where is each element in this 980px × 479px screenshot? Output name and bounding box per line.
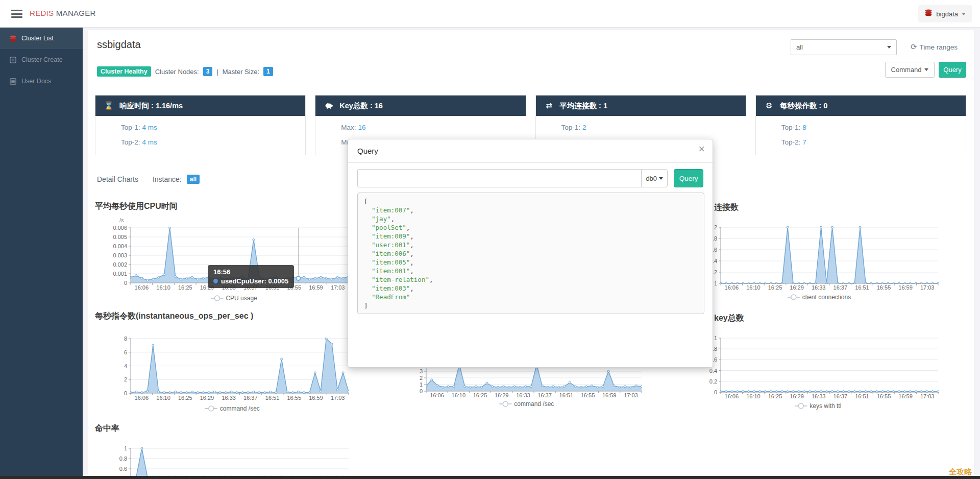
svg-text:16:51: 16:51 bbox=[855, 284, 869, 291]
svg-text:16:10: 16:10 bbox=[156, 395, 170, 401]
svg-text:17:03: 17:03 bbox=[920, 393, 935, 399]
range-select[interactable]: all bbox=[791, 39, 897, 55]
chart-hit-rate[interactable]: 命中率00.20.40.60.8116:0616:1016:2516:2916:… bbox=[95, 423, 351, 479]
stat-card-response-time: ⌛ 响应时间 : 1.16/ms Top-1:4 ms Top-2:4 ms bbox=[95, 95, 306, 155]
chart-keys-with-ttl[interactable]: key总数00.20.40.60.8116:0616:1016:2516:291… bbox=[709, 313, 975, 415]
stat-row-value: 2 bbox=[582, 124, 586, 131]
master-label: Master Size: bbox=[223, 68, 259, 76]
watermark: 全攻略 bbox=[949, 467, 972, 477]
svg-text:16:55: 16:55 bbox=[287, 284, 301, 291]
chevron-down-icon bbox=[887, 46, 891, 49]
svg-text:2: 2 bbox=[124, 376, 127, 382]
svg-text:连接数: 连接数 bbox=[714, 203, 739, 211]
svg-text:16:51: 16:51 bbox=[265, 284, 280, 291]
sidebar-item-cluster-create[interactable]: Cluster Create bbox=[0, 49, 83, 70]
chart-client-connections[interactable]: 连接数11.21.41.61.8216:0616:1016:2516:2916:… bbox=[709, 202, 975, 307]
query-result-box: [ "item:007", "jay", "poolSet", "item:00… bbox=[357, 193, 704, 314]
svg-text:0.6: 0.6 bbox=[119, 466, 127, 472]
stat-card-title: Key总数 : 16 bbox=[339, 101, 383, 111]
svg-text:4: 4 bbox=[124, 363, 127, 369]
svg-text:16:59: 16:59 bbox=[602, 392, 617, 398]
svg-text:16:33: 16:33 bbox=[222, 284, 236, 291]
svg-text:16:06: 16:06 bbox=[725, 284, 739, 291]
stat-row-label: Top-1: bbox=[561, 124, 581, 131]
svg-text:17:03: 17:03 bbox=[920, 284, 935, 291]
svg-text:CPU usage: CPU usage bbox=[226, 295, 257, 302]
svg-text:0.002: 0.002 bbox=[113, 261, 127, 268]
master-count-badge: 1 bbox=[263, 67, 273, 76]
svg-text:keys with ttl: keys with ttl bbox=[810, 402, 841, 410]
query-submit-button[interactable]: Query bbox=[674, 169, 703, 187]
range-select-value: all bbox=[796, 43, 803, 51]
svg-text:/s: /s bbox=[119, 217, 124, 223]
svg-text:17:03: 17:03 bbox=[331, 395, 345, 401]
svg-text:16:59: 16:59 bbox=[309, 284, 323, 291]
query-button-header[interactable]: Query bbox=[939, 62, 966, 78]
svg-text:16:29: 16:29 bbox=[200, 395, 214, 401]
svg-text:2: 2 bbox=[714, 224, 717, 230]
chevron-down-icon bbox=[962, 13, 966, 15]
svg-text:16:37: 16:37 bbox=[834, 284, 848, 291]
svg-text:16:10: 16:10 bbox=[452, 392, 466, 398]
chevron-down-icon bbox=[924, 68, 928, 71]
gear-icon: ⚙ bbox=[765, 101, 774, 110]
stat-card-title: 平均连接数 : 1 bbox=[560, 101, 607, 111]
svg-text:0.006: 0.006 bbox=[113, 225, 127, 231]
svg-text:16:37: 16:37 bbox=[243, 395, 258, 401]
svg-text:16:25: 16:25 bbox=[178, 395, 192, 401]
svg-text:16:25: 16:25 bbox=[178, 284, 192, 291]
svg-text:1: 1 bbox=[124, 445, 127, 451]
svg-text:0.004: 0.004 bbox=[113, 243, 127, 249]
brand-manager: MANAGER bbox=[56, 9, 96, 17]
svg-text:0.003: 0.003 bbox=[113, 252, 127, 258]
svg-text:16:06: 16:06 bbox=[430, 392, 444, 398]
svg-text:16:55: 16:55 bbox=[877, 284, 891, 291]
svg-text:command /sec: command /sec bbox=[220, 405, 260, 412]
svg-text:0.8: 0.8 bbox=[119, 456, 127, 462]
command-label: Command bbox=[891, 66, 922, 74]
svg-text:0: 0 bbox=[714, 389, 717, 395]
svg-text:2: 2 bbox=[420, 375, 423, 381]
query-input[interactable] bbox=[357, 169, 641, 187]
command-dropdown-button[interactable]: Command bbox=[885, 62, 935, 78]
clock-refresh-icon: ⟳ bbox=[911, 42, 917, 52]
stat-row-label: Top-2: bbox=[781, 138, 801, 146]
modal-title: Query bbox=[357, 147, 378, 155]
svg-text:16:33: 16:33 bbox=[222, 395, 236, 401]
svg-text:16:33: 16:33 bbox=[812, 284, 826, 291]
bottom-edge bbox=[0, 476, 980, 479]
svg-text:client connections: client connections bbox=[802, 294, 851, 301]
nodes-label: Cluster Nodes: bbox=[155, 68, 199, 76]
status-badge: Cluster Healthy bbox=[97, 66, 151, 77]
stat-row-value: 7 bbox=[802, 138, 806, 146]
account-menu[interactable]: bigdata bbox=[918, 5, 972, 22]
svg-text:1: 1 bbox=[420, 381, 423, 388]
stat-row-label: Top-1: bbox=[781, 124, 801, 131]
svg-text:16:55: 16:55 bbox=[581, 392, 595, 398]
instance-badge[interactable]: all bbox=[187, 175, 200, 184]
sidebar-item-cluster-list[interactable]: Cluster List bbox=[0, 28, 83, 49]
svg-text:16:29: 16:29 bbox=[200, 284, 214, 291]
stat-card-title: 响应时间 : 1.16/ms bbox=[119, 101, 183, 111]
db-select-button[interactable]: db0 bbox=[641, 169, 668, 187]
separator: | bbox=[216, 68, 218, 76]
close-icon[interactable]: × bbox=[698, 143, 705, 155]
stat-row-label: Top-1: bbox=[121, 124, 140, 131]
svg-text:16:33: 16:33 bbox=[812, 393, 826, 399]
svg-text:命中率: 命中率 bbox=[94, 423, 119, 433]
cluster-status-row: Cluster Healthy Cluster Nodes: 3 | Maste… bbox=[97, 66, 273, 77]
time-ranges-button[interactable]: ⟳ Time ranges bbox=[911, 42, 958, 52]
hourglass-icon: ⌛ bbox=[104, 101, 113, 110]
sidebar-item-user-docs[interactable]: User Docs bbox=[0, 70, 83, 92]
svg-text:command /sec: command /sec bbox=[514, 400, 554, 408]
sidebar: Cluster List Cluster Create User Docs bbox=[0, 28, 83, 479]
svg-text:16:29: 16:29 bbox=[790, 284, 804, 291]
sidebar-item-label: User Docs bbox=[21, 78, 51, 85]
svg-text:3: 3 bbox=[420, 368, 423, 374]
top-navbar: REDIS MANAGER bigdata bbox=[0, 0, 980, 28]
sidebar-item-label: Cluster List bbox=[21, 35, 54, 42]
menu-toggle-icon[interactable] bbox=[11, 10, 22, 18]
chart-ops-per-sec[interactable]: 每秒指令数(instantaneous_ops_per_sec )0246816… bbox=[95, 310, 351, 418]
svg-text:0.001: 0.001 bbox=[113, 271, 127, 277]
chart-cpu-usage[interactable]: 平均每秒使用CPU时间/s00.0010.0020.0030.0040.0050… bbox=[95, 201, 351, 310]
